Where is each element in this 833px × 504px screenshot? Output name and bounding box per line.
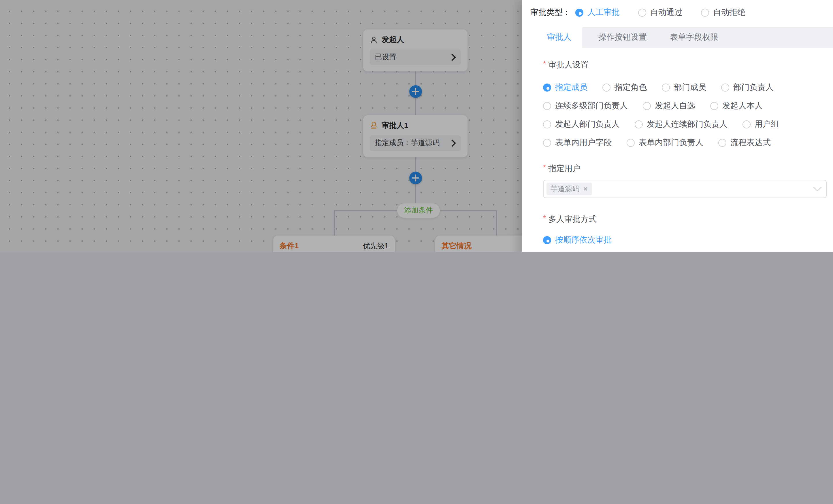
drawer-body[interactable]: * 审批人设置 指定成员 指定角色 部门成员 部门负责人 连续多级部门负责人 发… (522, 48, 833, 252)
approval-type-label: 审批类型： (530, 7, 571, 18)
radio-manual-approval[interactable]: 人工审批 (575, 7, 620, 18)
required-asterisk: * (543, 163, 546, 172)
approval-type-row: 审批类型： 人工审批 自动通过 自动拒绝 (522, 0, 833, 25)
chevron-down-icon (813, 183, 822, 191)
required-asterisk: * (543, 59, 546, 69)
tab-approver[interactable]: 审批人 (536, 27, 582, 48)
radio-icon (543, 236, 551, 244)
approver-settings-drawer: 审批类型： 人工审批 自动通过 自动拒绝 审批人 (522, 0, 833, 252)
radio-icon (643, 102, 651, 110)
radio-flow-expression[interactable]: 流程表达式 (718, 138, 771, 148)
radio-icon (627, 139, 635, 147)
radio-icon (543, 102, 551, 110)
approval-flow-designer: 发起人 已设置 审批人1 指定成员：芋道源码 添加条件 (0, 0, 833, 252)
drawer-tabs: 审批人 操作按钮设置 表单字段权限 (522, 27, 833, 48)
radio-assigned-member[interactable]: 指定成员 (543, 82, 588, 93)
tab-form-field-permissions[interactable]: 表单字段权限 (670, 32, 718, 43)
user-tag-label: 芋道源码 (550, 184, 579, 194)
radio-initiator-choose[interactable]: 发起人自选 (643, 101, 695, 111)
radio-dept-leader[interactable]: 部门负责人 (721, 82, 774, 93)
radio-multi-level-dept-leader[interactable]: 连续多级部门负责人 (543, 101, 628, 111)
radio-form-user-field[interactable]: 表单内用户字段 (543, 138, 612, 148)
radio-icon (721, 83, 729, 92)
approver-setting-label: * 审批人设置 (543, 59, 827, 70)
radio-icon (575, 9, 584, 17)
radio-dept-member[interactable]: 部门成员 (662, 82, 706, 93)
radio-icon (543, 120, 551, 128)
radio-initiator-self[interactable]: 发起人本人 (710, 101, 763, 111)
radio-icon (718, 139, 727, 147)
radio-sequential-approval[interactable]: 按顺序依次审批 (543, 235, 827, 245)
radio-icon (543, 139, 551, 147)
radio-auto-reject[interactable]: 自动拒绝 (701, 7, 745, 18)
radio-icon (662, 83, 670, 92)
assign-user-select[interactable]: 芋道源码 ✕ (543, 180, 827, 198)
radio-icon (635, 120, 643, 128)
radio-initiator-multi-dept-leader[interactable]: 发起人连续部门负责人 (635, 119, 728, 130)
tag-remove-icon[interactable]: ✕ (583, 186, 588, 192)
radio-icon (710, 102, 718, 110)
radio-icon (742, 120, 751, 128)
radio-icon (701, 9, 709, 17)
radio-icon (638, 9, 646, 17)
radio-auto-approve[interactable]: 自动通过 (638, 7, 683, 18)
multi-mode-label: * 多人审批方式 (543, 214, 827, 224)
required-asterisk: * (543, 214, 546, 223)
radio-icon (602, 83, 611, 92)
radio-form-dept-leader[interactable]: 表单内部门负责人 (627, 138, 703, 148)
radio-icon (543, 83, 551, 92)
tab-action-buttons[interactable]: 操作按钮设置 (598, 32, 647, 43)
user-tag: 芋道源码 ✕ (547, 183, 592, 195)
radio-user-group[interactable]: 用户组 (742, 119, 779, 130)
radio-initiator-dept-leader[interactable]: 发起人部门负责人 (543, 119, 620, 130)
radio-assigned-role[interactable]: 指定角色 (602, 82, 647, 93)
assign-user-label: * 指定用户 (543, 163, 827, 173)
